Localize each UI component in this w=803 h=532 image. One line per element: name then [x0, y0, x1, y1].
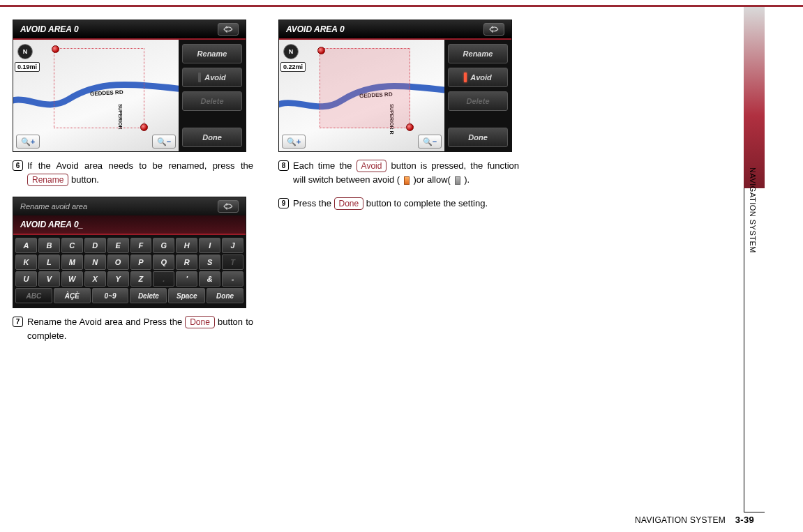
side-tab-label: NAVIGATION SYSTEM: [749, 167, 757, 253]
key-mode-accents[interactable]: ÀÇÈ: [54, 288, 91, 303]
section-side-tab: NAVIGATION SYSTEM: [744, 7, 765, 512]
keyboard-grid: A B C D E F G H I J K L M N O P: [13, 235, 246, 307]
step-number-badge: 8: [278, 160, 289, 171]
map-pin-icon: [140, 123, 148, 131]
avoid-button-reference: Avoid: [357, 160, 387, 172]
key-D[interactable]: D: [84, 238, 106, 253]
delete-button[interactable]: Delete: [182, 91, 242, 111]
key-N[interactable]: N: [84, 254, 106, 270]
key-U[interactable]: U: [15, 271, 37, 287]
instruction-step-7: 7 Rename the Avoid area and Press the Do…: [13, 315, 253, 343]
instruction-step-8: 8 Each time the Avoid button is pressed,…: [278, 159, 519, 187]
screenshot-avoid-area-toggled: AVOID AREA 0 N 0.22mi GEDDES RD SUPERIOR…: [278, 20, 512, 152]
rename-button[interactable]: Rename: [182, 44, 242, 63]
page-number: 3-39: [735, 515, 754, 525]
key-hyphen[interactable]: -: [222, 271, 243, 287]
key-K[interactable]: K: [15, 254, 37, 270]
key-O[interactable]: O: [107, 254, 129, 270]
screenshot-avoid-area-main: AVOID AREA 0 N 0.19mi GEDDES RD SUPERIOR: [13, 20, 246, 152]
key-V[interactable]: V: [38, 271, 60, 287]
avoid-on-icon: [404, 176, 410, 185]
instruction-step-9: 9 Press the Done button to complete the …: [278, 197, 519, 211]
avoid-indicator-off-icon: [198, 73, 201, 82]
done-button[interactable]: Done: [448, 128, 508, 147]
key-mode-abc[interactable]: ABC: [15, 288, 52, 303]
key-G[interactable]: G: [153, 238, 174, 253]
key-Z[interactable]: Z: [130, 271, 152, 287]
avoid-button[interactable]: Avoid: [182, 68, 242, 87]
step-number-badge: 7: [13, 317, 23, 327]
back-icon[interactable]: [218, 23, 239, 36]
key-Q[interactable]: Q: [153, 254, 174, 270]
key-done[interactable]: Done: [207, 288, 243, 303]
zoom-in-button[interactable]: 🔍+: [282, 135, 306, 149]
done-button-reference: Done: [185, 316, 215, 328]
key-C[interactable]: C: [61, 238, 83, 253]
key-B[interactable]: B: [38, 238, 60, 253]
avoid-button[interactable]: Avoid: [448, 68, 508, 87]
key-apostrophe[interactable]: ': [176, 271, 197, 287]
step-number-badge: 9: [278, 198, 289, 208]
zoom-out-button[interactable]: 🔍−: [152, 135, 176, 149]
avoid-off-icon: [455, 176, 460, 185]
distance-badge: 0.22mi: [280, 62, 306, 72]
avoid-area-rectangle: [54, 48, 144, 128]
key-S[interactable]: S: [199, 254, 220, 270]
key-J[interactable]: J: [222, 238, 243, 253]
keyboard-entry-field[interactable]: AVOID AREA 0_: [13, 215, 246, 235]
map-pane[interactable]: N 0.22mi GEDDES RD SUPERIOR R 🔍+ 🔍−: [279, 40, 444, 151]
map-pin-icon: [317, 47, 325, 54]
key-mode-numbers[interactable]: 0~9: [92, 288, 129, 303]
key-Y[interactable]: Y: [107, 271, 129, 287]
key-ampersand[interactable]: &: [199, 271, 220, 287]
key-X[interactable]: X: [84, 271, 106, 287]
key-space[interactable]: Space: [168, 288, 205, 303]
compass-icon[interactable]: N: [283, 44, 299, 59]
distance-badge: 0.19mi: [15, 62, 40, 72]
key-P[interactable]: P: [130, 254, 152, 270]
zoom-in-button[interactable]: 🔍+: [16, 135, 40, 149]
avoid-indicator-on-icon: [464, 73, 467, 82]
key-R[interactable]: R: [176, 254, 197, 270]
avoid-area-rectangle-filled: [320, 48, 410, 128]
rename-button-reference: Rename: [27, 174, 68, 186]
rename-button[interactable]: Rename: [448, 44, 508, 63]
map-pin-icon: [406, 123, 414, 131]
screenshot1-title: AVOID AREA 0: [20, 24, 79, 34]
step-number-badge: 6: [13, 160, 23, 171]
side-tab-gradient: [744, 7, 765, 188]
instruction-step-6: 6 If the Avoid area needs to be renamed,…: [13, 159, 253, 187]
zoom-out-button[interactable]: 🔍−: [418, 135, 442, 149]
key-W[interactable]: W: [61, 271, 83, 287]
screenshot-rename-keyboard: Rename avoid area AVOID AREA 0_ A B C D …: [13, 197, 246, 308]
keyboard-header: Rename avoid area: [20, 202, 87, 211]
back-icon[interactable]: [483, 23, 504, 36]
page-footer: NAVIGATION SYSTEM 3-39: [635, 515, 754, 525]
key-L[interactable]: L: [38, 254, 60, 270]
key-I[interactable]: I: [199, 238, 220, 253]
map-pane[interactable]: N 0.19mi GEDDES RD SUPERIOR 🔍+ 🔍−: [13, 40, 179, 151]
key-delete[interactable]: Delete: [130, 288, 167, 303]
page-top-accent-bar: [0, 5, 803, 7]
done-button-reference: Done: [334, 197, 364, 210]
key-H[interactable]: H: [176, 238, 197, 253]
key-M[interactable]: M: [61, 254, 83, 270]
delete-button[interactable]: Delete: [448, 91, 508, 111]
footer-section-name: NAVIGATION SYSTEM: [635, 515, 726, 525]
right-column: AVOID AREA 0 N 0.22mi GEDDES RD SUPERIOR…: [278, 20, 519, 497]
key-period[interactable]: .: [153, 271, 174, 287]
map-pin-icon: [52, 45, 59, 53]
key-F[interactable]: F: [130, 238, 152, 253]
back-icon[interactable]: [218, 200, 239, 213]
key-E[interactable]: E: [107, 238, 129, 253]
key-A[interactable]: A: [15, 238, 37, 253]
done-button[interactable]: Done: [182, 128, 242, 147]
compass-icon[interactable]: N: [17, 44, 33, 59]
key-T[interactable]: T: [222, 254, 243, 270]
left-column: AVOID AREA 0 N 0.19mi GEDDES RD SUPERIOR: [13, 20, 253, 497]
screenshot3-title: AVOID AREA 0: [286, 24, 345, 34]
